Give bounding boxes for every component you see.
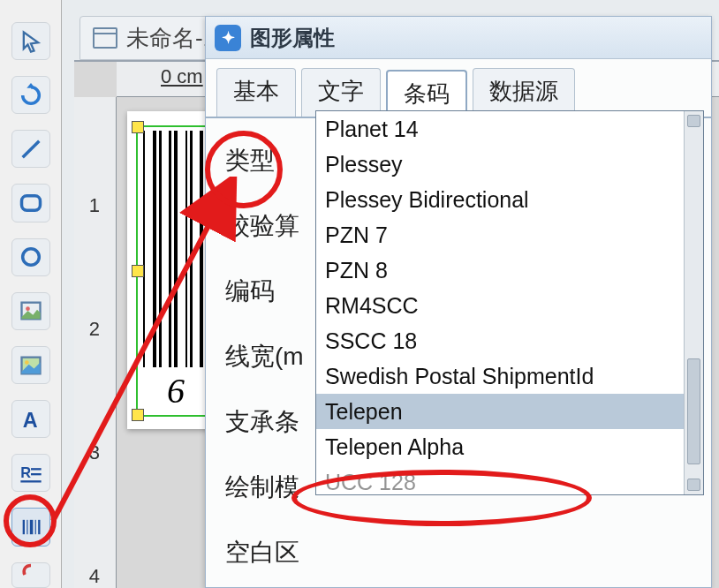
picture-tool[interactable] — [11, 346, 50, 384]
dropdown-options: Planet 14 Plessey Plessey Bidirectional … — [316, 111, 684, 494]
svg-rect-14 — [29, 520, 33, 534]
option-plessey-bidirectional[interactable]: Plessey Bidirectional — [316, 182, 684, 217]
ruler-v-1: 1 — [89, 194, 100, 217]
barcode-caption: 6 — [138, 371, 214, 415]
resize-handle[interactable] — [132, 409, 144, 421]
blank-label: 空白区 — [225, 536, 331, 569]
panel-icon: ✦ — [215, 25, 241, 51]
option-rm4scc[interactable]: RM4SCC — [316, 288, 684, 323]
rotate-tool[interactable] — [11, 76, 50, 114]
svg-rect-15 — [34, 520, 35, 534]
scroll-thumb[interactable] — [687, 358, 700, 464]
option-planet14[interactable]: Planet 14 — [316, 111, 684, 147]
svg-text:R: R — [20, 464, 31, 479]
option-pzn7[interactable]: PZN 7 — [316, 217, 684, 253]
option-telepen[interactable]: Telepen — [316, 394, 684, 429]
svg-point-6 — [25, 360, 29, 365]
document-title: 未命名-1 — [126, 23, 216, 54]
ruler-v-2: 2 — [89, 318, 100, 341]
tab-basic[interactable]: 基本 — [216, 68, 296, 117]
barcode-object-selected[interactable]: 6 — [136, 125, 216, 417]
ruler-v-4: 4 — [89, 565, 100, 588]
line-tool[interactable] — [11, 130, 50, 168]
barcode-bars — [138, 127, 214, 371]
scroll-down-icon[interactable] — [687, 479, 700, 491]
svg-line-0 — [22, 141, 39, 158]
option-ucc128[interactable]: UCC 128 — [316, 464, 684, 494]
text-tool[interactable]: A — [11, 400, 50, 438]
svg-rect-16 — [38, 520, 40, 534]
image-tool[interactable] — [11, 292, 50, 330]
rounded-rect-tool[interactable] — [11, 184, 50, 222]
window-icon — [93, 27, 117, 49]
panel-titlebar: ✦ 图形属性 — [206, 17, 711, 59]
type-label: 类型 — [225, 144, 322, 177]
svg-rect-12 — [22, 520, 24, 534]
resize-handle[interactable] — [132, 265, 144, 277]
option-pzn8[interactable]: PZN 8 — [316, 253, 684, 288]
ruler-vertical: 1 2 3 4 — [74, 97, 117, 588]
panel-form: 类型 Telepen 校验算 编码 线宽(m 支承条 绘制模 空白区 Plane… — [206, 118, 711, 574]
type-dropdown-list[interactable]: Planet 14 Plessey Plessey Bidirectional … — [315, 110, 704, 495]
properties-panel: ✦ 图形属性 基本 文字 条码 数据源 类型 Telepen 校验算 编码 线宽… — [205, 16, 712, 588]
option-swedish-postal[interactable]: Swedish Postal ShipmentId — [316, 358, 684, 394]
svg-text:A: A — [22, 409, 37, 432]
ruler-v-3: 3 — [89, 441, 100, 464]
ellipse-tool[interactable] — [11, 238, 50, 276]
barcode-tool[interactable] — [11, 508, 50, 546]
scroll-up-icon[interactable] — [687, 115, 700, 127]
richtext-tool[interactable]: R — [11, 454, 50, 492]
tools-toolbar: A R — [0, 0, 62, 588]
option-sscc18[interactable]: SSCC 18 — [316, 323, 684, 358]
ruler-unit-label: 0 cm — [161, 65, 203, 88]
svg-rect-1 — [21, 196, 40, 210]
option-plessey[interactable]: Plessey — [316, 147, 684, 182]
svg-point-4 — [26, 307, 30, 312]
dropdown-scrollbar[interactable] — [684, 111, 703, 494]
svg-rect-13 — [26, 520, 27, 534]
option-telepen-alpha[interactable]: Telepen Alpha — [316, 429, 684, 464]
encoding-label: 编码 — [225, 275, 322, 308]
panel-title-text: 图形属性 — [250, 24, 335, 52]
svg-point-2 — [22, 249, 39, 266]
resize-handle[interactable] — [132, 121, 144, 133]
tab-text[interactable]: 文字 — [301, 68, 381, 117]
tab-datasource[interactable]: 数据源 — [473, 68, 575, 117]
shape-tool[interactable] — [11, 562, 50, 588]
pointer-tool[interactable] — [11, 22, 50, 60]
panel-tabs: 基本 文字 条码 数据源 — [206, 59, 711, 118]
